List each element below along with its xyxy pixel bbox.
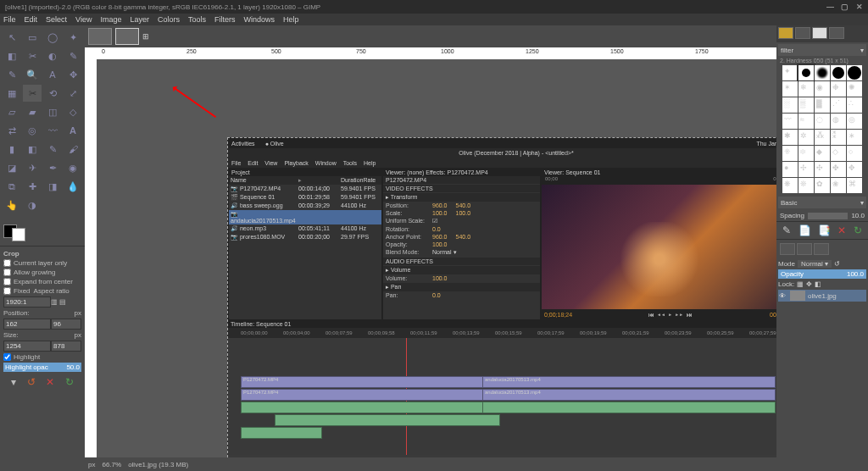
olive-app-label[interactable]: ● Olive bbox=[265, 141, 284, 147]
image-tab-1[interactable] bbox=[88, 28, 112, 45]
lock-position-icon[interactable]: ✥ bbox=[806, 280, 812, 288]
pos-x-input[interactable]: 162 bbox=[3, 319, 51, 330]
shear-tool[interactable]: ▱ bbox=[3, 103, 21, 120]
olive-menu-tools[interactable]: Tools bbox=[343, 160, 357, 166]
tab-patterns[interactable] bbox=[795, 27, 810, 39]
layer-opacity[interactable]: Opacity 100.0 bbox=[778, 269, 866, 279]
lock-pixels-icon[interactable]: ▦ bbox=[797, 280, 804, 288]
clone-tool[interactable]: ⧉ bbox=[3, 178, 21, 195]
paintbrush-tool[interactable]: 🖌 bbox=[64, 141, 82, 158]
spacing-value[interactable]: 10.0 bbox=[851, 212, 865, 219]
highlight-opacity-value[interactable]: 50.0 bbox=[66, 363, 80, 371]
fg-bg-color[interactable] bbox=[0, 217, 85, 246]
brush-swatch[interactable]: ◆ bbox=[815, 146, 830, 161]
text-tool[interactable]: A bbox=[64, 122, 82, 139]
tab-brushes[interactable] bbox=[778, 27, 793, 39]
menu-layer[interactable]: Layer bbox=[130, 15, 149, 24]
brush-swatch[interactable]: ∗ bbox=[847, 130, 862, 145]
highlight-checkbox[interactable] bbox=[3, 353, 11, 361]
paths-tool[interactable]: ✎ bbox=[64, 47, 82, 64]
eraser-tool[interactable]: ◪ bbox=[3, 159, 21, 176]
tab-layers[interactable] bbox=[780, 243, 795, 255]
brush-swatch[interactable]: ◎ bbox=[847, 114, 862, 129]
expand-from-center-checkbox[interactable] bbox=[3, 278, 11, 285]
color-picker-tool[interactable]: ✎ bbox=[3, 66, 21, 83]
ratio-input[interactable]: 1920:1 bbox=[3, 296, 51, 308]
olive-viewer-image[interactable] bbox=[542, 185, 776, 309]
brush-edit-icon[interactable]: ✎ bbox=[782, 224, 791, 236]
perspective-clone-tool[interactable]: ◨ bbox=[43, 178, 62, 195]
olive-timeline-tracks[interactable]: P1270472.MP4 andalucia20170513.mp4 P1270… bbox=[228, 338, 776, 455]
canvas-body[interactable]: Activities ● Olive Thu Jan 3, 10:49 Oliv… bbox=[85, 59, 776, 457]
close-button[interactable]: ✕ bbox=[856, 3, 863, 11]
brush-swatch[interactable]: ◇ bbox=[831, 146, 846, 161]
bucket-fill-tool[interactable]: ▮ bbox=[3, 141, 21, 158]
pos-y-input[interactable]: 96 bbox=[51, 319, 81, 330]
audio-clip[interactable] bbox=[241, 402, 483, 413]
align-tool[interactable]: ▦ bbox=[3, 85, 21, 102]
project-item[interactable]: 📷 prores1080.MOV00:00:20;0029.97 FPS bbox=[229, 233, 381, 241]
brush-swatch[interactable]: ◌ bbox=[815, 114, 830, 129]
brush-swatch[interactable]: ✲ bbox=[798, 130, 814, 145]
brush-swatch[interactable]: ⋰ bbox=[831, 97, 846, 113]
brush-swatch[interactable] bbox=[847, 65, 862, 80]
tab-history[interactable] bbox=[829, 27, 844, 39]
video-clip[interactable]: andalucia20170513.mp4 bbox=[482, 376, 776, 388]
brush-swatch[interactable]: ◍ bbox=[831, 114, 846, 129]
brush-swatch[interactable]: ∴ bbox=[847, 97, 862, 113]
menu-image[interactable]: Image bbox=[100, 15, 121, 24]
brush-swatch[interactable]: ✢ bbox=[798, 162, 814, 177]
project-item[interactable]: 📷 P1270472.MP400:00:14;0059.9401 FPS bbox=[229, 185, 381, 193]
lock-alpha-icon[interactable]: ◧ bbox=[815, 280, 821, 288]
project-item[interactable]: 🎬 Sequence 0100:01:29;5859.9401 FPS bbox=[229, 193, 381, 202]
fixed-checkbox[interactable] bbox=[3, 287, 11, 295]
menu-view[interactable]: View bbox=[75, 15, 92, 24]
menu-help[interactable]: Help bbox=[283, 15, 299, 24]
audio-clip[interactable] bbox=[275, 414, 500, 426]
flip-tool[interactable]: ⇄ bbox=[3, 122, 21, 139]
project-item-selected[interactable]: 📷 andalucia20170513.mp4 bbox=[229, 210, 381, 224]
scissors-tool[interactable]: ✂ bbox=[23, 47, 42, 64]
video-clip[interactable]: andalucia20170513.mp4 bbox=[482, 389, 776, 401]
warp-tool[interactable]: 〰 bbox=[43, 122, 62, 139]
transport-buttons[interactable]: ⏮ ◀◀ ▶ ▶▶ ⏭ bbox=[648, 312, 693, 318]
maximize-button[interactable]: ▢ bbox=[841, 3, 849, 11]
olive-menu-edit[interactable]: Edit bbox=[248, 160, 258, 166]
layer-visibility-icon[interactable]: 👁 bbox=[779, 292, 787, 300]
dodge-burn-tool[interactable]: ◑ bbox=[23, 197, 42, 213]
status-zoom[interactable]: 66.7% bbox=[102, 461, 121, 468]
pencil-tool[interactable]: ✎ bbox=[43, 141, 62, 158]
size-h-input[interactable]: 878 bbox=[51, 341, 81, 352]
brush-swatch[interactable]: ░ bbox=[782, 97, 798, 113]
unified-transform-tool[interactable]: ◫ bbox=[43, 103, 62, 120]
current-layer-only-checkbox[interactable] bbox=[3, 259, 11, 267]
olive-menu-playback[interactable]: Playback bbox=[284, 160, 308, 166]
save-options-button[interactable]: ▾ bbox=[11, 376, 16, 388]
rotate-tool[interactable]: ⟲ bbox=[43, 85, 62, 102]
olive-pan[interactable]: ▸ Pan bbox=[383, 283, 540, 291]
gradient-tool[interactable]: ◧ bbox=[23, 141, 42, 158]
cage-tool[interactable]: ◎ bbox=[23, 122, 42, 139]
smudge-tool[interactable]: 👆 bbox=[3, 197, 21, 213]
olive-volume[interactable]: ▸ Volume bbox=[383, 266, 540, 274]
brush-swatch[interactable]: ✱ bbox=[782, 130, 798, 145]
brush-swatch[interactable]: ⁜ bbox=[782, 146, 798, 161]
brush-swatch[interactable]: 〰 bbox=[782, 114, 798, 129]
blur-tool[interactable]: 💧 bbox=[64, 178, 82, 195]
menu-colors[interactable]: Colors bbox=[158, 15, 180, 24]
minimize-button[interactable]: — bbox=[826, 3, 834, 11]
move-tool[interactable]: ↖ bbox=[3, 29, 21, 46]
move-tool-2[interactable]: ✥ bbox=[64, 66, 82, 83]
menu-filters[interactable]: Filters bbox=[214, 15, 236, 24]
reset-options-button[interactable]: ↺ bbox=[27, 376, 36, 388]
layer-row[interactable]: 👁 olive1.jpg bbox=[778, 290, 866, 302]
brush-swatch[interactable]: ❉ bbox=[831, 81, 846, 97]
layer-mode-reset-icon[interactable]: ↺ bbox=[834, 260, 840, 268]
project-item[interactable]: 🔊 neon.mp300:05:41;1144100 Hz bbox=[229, 224, 381, 233]
brush-swatch[interactable]: ⁑ bbox=[831, 130, 846, 145]
menu-tools[interactable]: Tools bbox=[188, 15, 206, 24]
col-duration[interactable]: Duration bbox=[341, 177, 363, 184]
status-unit[interactable]: px bbox=[88, 461, 95, 468]
restore-options-button[interactable]: ↻ bbox=[65, 376, 74, 388]
allow-growing-checkbox[interactable] bbox=[3, 269, 11, 276]
